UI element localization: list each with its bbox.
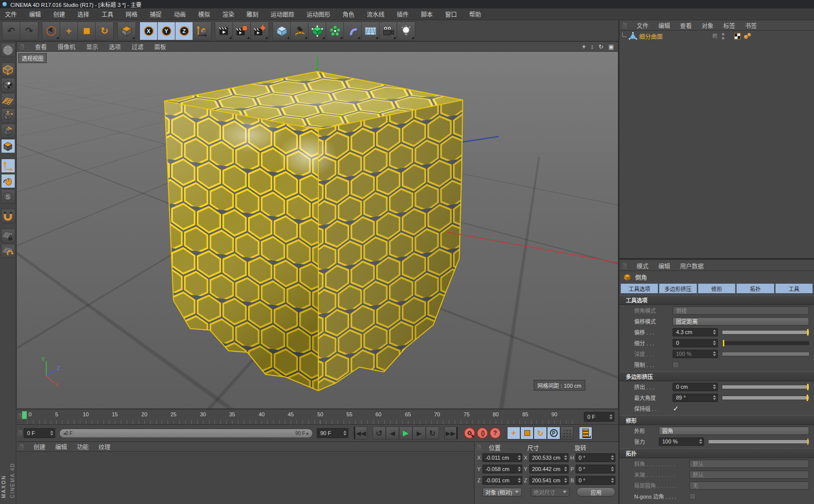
goto-end-icon[interactable]: ▶▶ <box>444 427 458 439</box>
transport-drag-handle[interactable] <box>18 430 22 436</box>
menu-mograph[interactable]: 运动图形 <box>306 10 330 18</box>
position-y-field[interactable]: -0.058 cm <box>482 465 522 473</box>
size-y-field[interactable]: 200.442 cm <box>529 465 569 473</box>
menu-render[interactable]: 渲染 <box>222 10 234 18</box>
x-axis-lock-icon[interactable]: X <box>140 22 158 40</box>
playhead-marker[interactable] <box>22 411 27 419</box>
previous-frame-icon[interactable]: ◀ <box>386 427 399 439</box>
viewport-menu-panel[interactable]: 面板 <box>154 42 166 51</box>
live-selection-icon[interactable] <box>42 22 60 40</box>
lock-workplane-icon[interactable] <box>1 229 15 243</box>
model-mode-icon[interactable] <box>1 63 15 77</box>
workplane-mode-icon[interactable] <box>1 93 15 107</box>
position-z-field[interactable]: -0.001 cm <box>482 476 522 485</box>
menu-create[interactable]: 创建 <box>53 10 65 18</box>
move-tool-icon[interactable]: + <box>60 22 78 40</box>
end-frame-field[interactable]: 90 F <box>317 428 348 438</box>
menu-snap[interactable]: 捕捉 <box>150 10 162 18</box>
coords-mode-dropdown[interactable]: 对象 (相对) <box>482 488 522 497</box>
om-menu-edit[interactable]: 编辑 <box>658 21 670 30</box>
subdivision-slider[interactable] <box>722 341 810 345</box>
extrude-slider[interactable] <box>722 385 810 389</box>
add-primitive-cube-icon[interactable] <box>273 22 291 40</box>
align-workplane-icon[interactable] <box>1 244 15 258</box>
section-topology[interactable]: 拓扑 <box>619 448 814 458</box>
menu-motion-tracker[interactable]: 运动跟踪 <box>271 10 294 18</box>
enable-toggle-icon[interactable] <box>712 33 718 39</box>
undo-icon[interactable]: ↶ <box>2 22 20 40</box>
z-axis-lock-icon[interactable]: Z <box>175 22 193 40</box>
menu-simulate[interactable]: 模拟 <box>198 10 210 18</box>
key-scale-icon[interactable] <box>520 427 534 439</box>
autokey-icon[interactable]: ( ) <box>476 427 488 439</box>
start-frame-stepper[interactable] <box>50 431 53 436</box>
offset-mode-dropdown[interactable]: 固定距离 <box>673 317 809 326</box>
timeline-drag-handle[interactable] <box>17 413 22 419</box>
texture-mode-icon[interactable] <box>1 78 15 92</box>
menu-animate[interactable]: 动画 <box>174 10 186 18</box>
viewport-menu-view[interactable]: 查看 <box>35 42 47 51</box>
add-deformer-icon[interactable] <box>344 22 362 40</box>
record-keyframe-icon[interactable] <box>464 427 475 439</box>
add-camera-icon[interactable] <box>379 22 397 40</box>
polygons-mode-icon[interactable] <box>1 139 15 153</box>
end-frame-stepper[interactable] <box>343 431 346 436</box>
viewport-menu-options[interactable]: 选项 <box>109 42 121 51</box>
limit-checkbox[interactable] <box>673 362 679 368</box>
timeline-mode-icon[interactable] <box>579 427 592 439</box>
material-menu-edit[interactable]: 编辑 <box>55 442 67 451</box>
menu-pipeline[interactable]: 流水线 <box>367 10 384 18</box>
menu-window[interactable]: 窗口 <box>445 10 457 18</box>
rotation-b-field[interactable]: 0 ° <box>576 476 615 485</box>
timeline-ruler[interactable]: 0 5 10 15 20 25 30 35 40 45 50 55 60 65 … <box>16 409 618 425</box>
preserve-groups-checkbox[interactable]: ✓ <box>673 405 679 412</box>
menu-plugins[interactable]: 插件 <box>397 10 408 18</box>
om-menu-view[interactable]: 查看 <box>680 21 692 30</box>
tension-slider[interactable] <box>708 439 810 444</box>
add-spline-pen-icon[interactable] <box>291 22 308 40</box>
section-polygon-extrude[interactable]: 多边形挤压 <box>619 371 814 381</box>
make-editable-icon[interactable] <box>1 43 15 57</box>
shape-dropdown[interactable]: 圆角 <box>659 427 809 435</box>
pan-view-icon[interactable]: + <box>582 43 586 50</box>
section-shaping[interactable]: 修形 <box>619 415 814 425</box>
material-menu-create[interactable]: 创建 <box>34 442 45 451</box>
menu-help[interactable]: 帮助 <box>469 10 481 18</box>
material-drag-handle[interactable] <box>19 444 24 450</box>
dolly-view-icon[interactable]: ↕ <box>591 43 594 50</box>
om-menu-tags[interactable]: 标签 <box>723 21 735 30</box>
tab-tool[interactable]: 工具 <box>775 283 813 294</box>
am-menu-edit[interactable]: 编辑 <box>658 262 670 270</box>
menu-select[interactable]: 选择 <box>77 10 89 18</box>
next-frame-icon[interactable]: ▶ <box>412 427 426 439</box>
key-pla-icon[interactable] <box>560 427 574 439</box>
material-menu-function[interactable]: 功能 <box>77 442 89 451</box>
tweak-mode-icon[interactable] <box>1 174 15 188</box>
menu-tools[interactable]: 工具 <box>102 10 113 18</box>
om-menu-bookmarks[interactable]: 书签 <box>745 21 757 30</box>
snap-s-icon[interactable]: S <box>1 189 15 203</box>
size-z-field[interactable]: 200.541 cm <box>529 476 569 485</box>
key-rotation-icon[interactable]: ↻ <box>534 427 547 439</box>
offset-slider[interactable] <box>722 330 810 335</box>
tab-topology[interactable]: 拓扑 <box>736 283 774 294</box>
viewport-drag-handle[interactable] <box>20 44 24 50</box>
section-tool-options[interactable]: 工具选项 <box>619 295 814 305</box>
extrude-field[interactable]: 0 cm <box>673 383 718 391</box>
render-to-picture-viewer-icon[interactable] <box>233 22 251 40</box>
add-array-icon[interactable] <box>326 22 344 40</box>
frame-stepper[interactable] <box>610 414 612 419</box>
tab-shaping[interactable]: 修形 <box>698 283 736 294</box>
subdivision-surface-icon[interactable] <box>629 32 637 40</box>
max-angle-field[interactable]: 89 ° <box>673 394 718 402</box>
toggle-view-icon[interactable]: ▣ <box>609 43 614 50</box>
visibility-dots-icon[interactable] <box>722 33 724 39</box>
object-manager-drag-handle[interactable] <box>622 23 627 29</box>
coordinate-system-icon[interactable] <box>193 22 211 40</box>
play-reverse-icon[interactable]: ↺ <box>373 427 386 439</box>
key-parameter-icon[interactable]: P <box>547 427 560 439</box>
menu-file[interactable]: 文件 <box>5 10 17 18</box>
redo-icon[interactable]: ↷ <box>20 22 38 40</box>
menu-script[interactable]: 脚本 <box>421 10 433 18</box>
object-name[interactable]: 细分曲面 <box>639 32 663 40</box>
